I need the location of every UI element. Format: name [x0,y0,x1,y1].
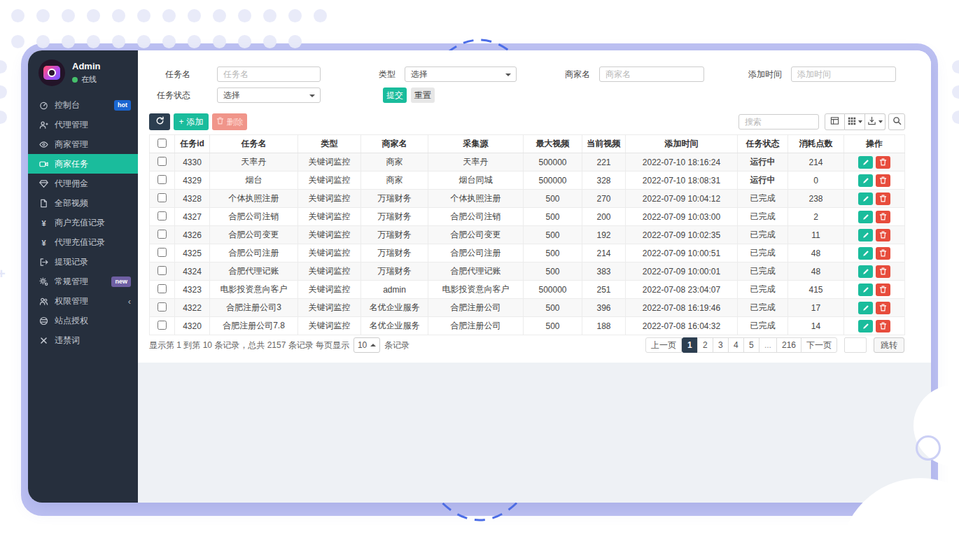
delete-row-button[interactable] [876,229,890,241]
delete-row-button[interactable] [876,265,890,278]
cell-checkbox [150,226,175,244]
edit-row-button[interactable] [858,320,873,332]
cell-current-videos: 251 [582,281,626,299]
merchant-input[interactable] [599,66,704,82]
task-name-input[interactable] [217,66,321,82]
edit-row-button[interactable] [858,284,873,296]
merchant-label: 商家名 [548,66,590,82]
row-checkbox[interactable] [158,211,167,220]
page-button-3[interactable]: 3 [713,337,729,353]
delete-row-button[interactable] [876,174,890,187]
sidebar-item-label: 权限管理 [55,295,88,307]
cell-merchant: 名优企业服务 [361,299,428,317]
page-button-1[interactable]: 1 [682,337,698,353]
page-size-select[interactable]: 10 [354,337,380,353]
edit-row-button[interactable] [858,229,873,241]
sidebar-item-常规管理[interactable]: 常规管理new [28,272,138,291]
page-button-4[interactable]: 4 [728,337,744,353]
row-checkbox[interactable] [158,302,167,312]
sidebar-item-代理管理[interactable]: 代理管理 [28,115,138,134]
table-row: 4322合肥注册公司3关键词监控名优企业服务合肥注册公司5003962022-0… [150,299,905,317]
delete-row-button[interactable] [876,284,890,296]
refresh-button[interactable] [149,113,170,130]
columns-button[interactable] [845,113,865,130]
cell-max-videos: 500 [524,226,582,244]
edit-row-button[interactable] [858,265,873,278]
select-all-checkbox[interactable] [158,139,167,148]
submit-button[interactable]: 提交 [383,88,407,103]
decor-dot [0,60,7,74]
sidebar-item-全部视频[interactable]: 全部视频 [28,193,138,213]
next-page-button[interactable]: 下一页 [801,337,837,353]
jump-page-input[interactable] [844,337,867,353]
type-select[interactable]: 选择 [405,66,517,82]
add-button[interactable]: +添加 [174,113,209,130]
delete-row-button[interactable] [876,211,890,223]
cell-source: 合肥代理记账 [428,262,524,281]
jump-button[interactable]: 跳转 [874,337,904,353]
cell-points: 415 [788,281,844,299]
delete-row-button[interactable] [876,302,890,314]
edit-row-button[interactable] [858,211,873,223]
table-search-input[interactable] [738,114,819,130]
toggle-view-button[interactable] [825,113,845,130]
sidebar-item-站点授权[interactable]: 站点授权 [28,311,138,330]
sidebar-item-商家管理[interactable]: 商家管理 [28,134,138,154]
sidebar-item-代理充值记录[interactable]: ¥代理充值记录 [28,232,138,252]
row-checkbox[interactable] [158,230,167,239]
decor-dot [11,9,24,22]
sidebar-item-违禁词[interactable]: 违禁词 [28,330,138,350]
sidebar-item-商家任务[interactable]: 商家任务 [28,154,138,174]
cell-merchant: admin [361,281,428,299]
search-button[interactable] [888,113,905,130]
delete-row-button[interactable] [876,192,890,205]
edit-row-button[interactable] [858,174,873,187]
sidebar-item-商户充值记录[interactable]: ¥商户充值记录 [28,213,138,232]
sidebar-item-label: 控制台 [55,99,80,111]
delete-row-button[interactable] [876,247,890,260]
decor-dot [0,111,7,124]
row-checkbox[interactable] [158,248,167,257]
edit-row-button[interactable] [858,302,873,314]
records-info: 显示第 1 到第 10 条记录，总共 2157 条记录 每页显示 [149,340,349,351]
hot-badge: hot [114,100,131,111]
prev-page-button[interactable]: 上一页 [645,337,682,353]
reset-button[interactable]: 重置 [411,88,435,103]
row-checkbox[interactable] [158,193,167,202]
add-time-input[interactable] [791,66,896,82]
row-checkbox[interactable] [158,266,167,275]
cell-max-videos: 500 [524,262,582,281]
row-checkbox[interactable] [158,175,167,184]
edit-row-button[interactable] [858,192,873,205]
cell-add-time: 2022-07-09 10:04:12 [626,190,738,208]
page-button-5[interactable]: 5 [743,337,760,353]
decor-dot [36,9,50,22]
row-checkbox[interactable] [158,157,167,166]
cell-add-time: 2022-07-08 16:19:46 [626,299,738,317]
edit-row-button[interactable] [858,247,873,260]
delete-row-button[interactable] [876,320,890,332]
sidebar-item-代理佣金[interactable]: 代理佣金 [28,174,138,193]
sidebar-item-提现记录[interactable]: 提现记录 [28,252,138,272]
row-checkbox[interactable] [158,284,167,293]
table-header: 任务id任务名类型商家名采集源最大视频当前视频添加时间任务状态消耗点数操作 [150,135,905,153]
sidebar-item-控制台[interactable]: 控制台hot [28,95,138,115]
export-button[interactable] [865,113,886,130]
cell-task-status: 已完成 [738,299,788,317]
cell-actions [844,153,905,172]
type-label: 类型 [354,66,396,82]
delete-row-button[interactable] [876,156,890,169]
cell-type: 关键词监控 [298,172,361,190]
cell-actions [844,244,905,262]
task-status-select[interactable]: 选择 [217,88,321,103]
row-checkbox[interactable] [158,321,167,330]
sidebar-item-权限管理[interactable]: 权限管理‹ [28,291,138,311]
cell-task-id: 4324 [175,262,210,281]
delete-button[interactable]: 删除 [212,113,247,130]
page-button-216[interactable]: 216 [776,337,802,353]
cell-type: 关键词监控 [298,208,361,226]
decor-dot [162,35,176,48]
new-badge: new [111,276,131,287]
page-button-2[interactable]: 2 [697,337,713,353]
edit-row-button[interactable] [858,156,873,169]
